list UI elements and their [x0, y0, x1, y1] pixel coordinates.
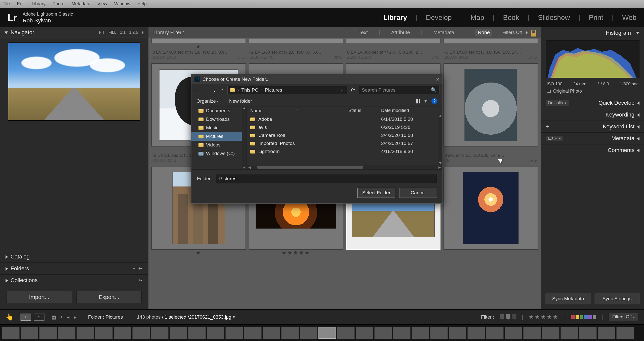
plus-icon[interactable]: +▪	[138, 278, 143, 283]
folder-row[interactable]: Imported_Photos3/4/2020 10:57	[247, 139, 442, 147]
module-book[interactable]: Book	[503, 14, 519, 22]
color-swatch[interactable]	[588, 315, 592, 319]
loupe-view-icon[interactable]: ▪	[61, 314, 62, 320]
filmstrip-thumb[interactable]	[467, 327, 485, 339]
nav-opt-fit[interactable]: FIT	[99, 30, 105, 35]
filmstrip-thumb[interactable]	[263, 327, 280, 339]
select-folder-button[interactable]: Select Folder	[357, 188, 395, 198]
module-develop[interactable]: Develop	[426, 14, 452, 22]
filmstrip-thumb[interactable]	[114, 327, 131, 339]
col-date[interactable]: Date modified	[381, 108, 439, 113]
color-swatch[interactable]	[571, 315, 575, 319]
thumbnail[interactable]	[444, 63, 538, 146]
filmstrip-thumb[interactable]	[188, 327, 206, 339]
flag-filter[interactable]	[500, 314, 516, 320]
filmstrip-thumb[interactable]	[505, 327, 522, 339]
menu-file[interactable]: File	[3, 1, 10, 7]
filmstrip-thumb[interactable]	[598, 327, 615, 339]
filter-tab-attribute[interactable]: Attribute	[389, 29, 412, 36]
col-status[interactable]: Status	[348, 108, 381, 113]
module-print[interactable]: Print	[589, 14, 603, 22]
filmstrip-thumb[interactable]	[523, 327, 541, 339]
tree-scrollbar[interactable]	[242, 106, 247, 169]
filmstrip-thumb[interactable]	[579, 327, 597, 339]
keywording-section[interactable]: Keywording	[541, 109, 644, 121]
filmstrip-thumb[interactable]	[39, 327, 57, 339]
close-icon[interactable]: ✕	[436, 77, 439, 82]
screen-chip-1[interactable]: 1	[20, 314, 31, 321]
navigator-header[interactable]: Navigator FIT FILL 1:1 1:2.6 ♦	[0, 27, 148, 38]
filmstrip-thumb[interactable]	[151, 327, 169, 339]
filmstrip-thumb[interactable]	[616, 327, 634, 339]
thumbnail-stub[interactable]	[249, 38, 343, 43]
filter-tab-metadata[interactable]: Metadata	[431, 29, 457, 36]
tree-node-selected[interactable]: Pictures	[191, 132, 247, 141]
tree-node[interactable]: Windows (C:)	[191, 149, 247, 158]
thumbnail[interactable]	[444, 167, 538, 250]
filmstrip-thumb[interactable]	[393, 327, 411, 339]
filmstrip-thumb[interactable]	[225, 327, 243, 339]
filmstrip-thumb[interactable]	[76, 327, 94, 339]
folder-row[interactable]: Adobe6/14/2018 5:20	[247, 115, 442, 123]
module-web[interactable]: Web	[622, 14, 636, 22]
nav-opt-zoom[interactable]: 1:2.6	[129, 30, 138, 35]
lock-icon[interactable]	[531, 30, 536, 35]
filmstrip-thumb[interactable]	[560, 327, 578, 339]
filters-off-dropdown[interactable]: Filters Off ♦	[609, 313, 638, 321]
view-mode-icon[interactable]	[416, 99, 420, 103]
quick-develop-section[interactable]: Defaults♦ Quick Develop	[541, 97, 644, 109]
nav-up-icon[interactable]: ↑	[221, 87, 223, 93]
filmstrip-thumb[interactable]	[374, 327, 392, 339]
breadcrumb[interactable]: › This PC › Pictures ⌄	[227, 86, 347, 94]
menu-edit[interactable]: Edit	[17, 1, 25, 7]
dialog-titlebar[interactable]: Lr Choose or Create New Folder... ✕	[191, 74, 442, 84]
plus-icon[interactable]: +▪	[138, 266, 143, 271]
exif-pill[interactable]: EXIF♦	[546, 136, 563, 141]
filmstrip-thumb[interactable]	[318, 327, 336, 339]
filmstrip-thumb[interactable]	[207, 327, 224, 339]
filmstrip-thumb[interactable]	[356, 327, 373, 339]
filmstrip-thumb[interactable]	[486, 327, 504, 339]
thumbnail-stub[interactable]	[444, 38, 538, 43]
filters-off-label[interactable]: Filters Off	[502, 30, 522, 35]
new-folder-button[interactable]: New folder	[229, 98, 252, 104]
hand-icon[interactable]: 👆	[6, 313, 14, 321]
filmstrip-thumb[interactable]	[300, 327, 317, 339]
nav-forward-icon[interactable]: →	[204, 87, 209, 93]
organize-menu[interactable]: Organize	[196, 98, 219, 104]
nav-opt-fill[interactable]: FILL	[108, 30, 116, 35]
filmstrip-thumb[interactable]	[281, 327, 299, 339]
keyword-list-section[interactable]: +Keyword List	[541, 121, 644, 132]
filter-tab-text[interactable]: Text	[356, 29, 370, 36]
menu-window[interactable]: Window	[114, 1, 130, 7]
metadata-section[interactable]: EXIF♦ Metadata	[541, 132, 644, 144]
filmstrip-thumb[interactable]	[170, 327, 187, 339]
search-input[interactable]: Search Pictures 🔍	[359, 86, 439, 94]
minus-icon[interactable]: −	[133, 266, 136, 271]
module-slideshow[interactable]: Slideshow	[538, 14, 570, 22]
navigator-preview[interactable]	[8, 43, 140, 121]
menu-metadata[interactable]: Metadata	[71, 1, 90, 7]
crumb-dropdown-icon[interactable]: ⌄	[340, 87, 344, 93]
nav-recent-icon[interactable]: ⌄	[213, 87, 217, 93]
thumbnail-stub[interactable]	[346, 38, 440, 43]
module-map[interactable]: Map	[470, 14, 484, 22]
tree-node[interactable]: Music	[191, 124, 247, 132]
star-rating[interactable]: ★★★★★	[249, 250, 343, 256]
color-filter[interactable]	[571, 315, 596, 319]
filmstrip-thumb[interactable]	[132, 327, 150, 339]
refresh-icon[interactable]: ⟳	[351, 87, 355, 93]
menu-view[interactable]: View	[97, 1, 107, 7]
list-vscrollbar[interactable]	[438, 114, 442, 165]
filmstrip-thumb[interactable]	[430, 327, 448, 339]
next-icon[interactable]: ▸	[74, 314, 76, 320]
star-filter[interactable]: ★★★★★	[529, 314, 559, 320]
filmstrip-thumb[interactable]	[2, 327, 20, 339]
color-swatch[interactable]	[580, 315, 583, 319]
filmstrip-thumb[interactable]	[542, 327, 559, 339]
comments-section[interactable]: Comments	[541, 144, 644, 156]
crumb-this-pc[interactable]: This PC	[241, 87, 258, 93]
sync-metadata-button[interactable]: Sync Metadata	[545, 293, 591, 305]
tree-node[interactable]: Documents	[191, 106, 247, 115]
filter-tab-none[interactable]: None	[475, 29, 492, 36]
